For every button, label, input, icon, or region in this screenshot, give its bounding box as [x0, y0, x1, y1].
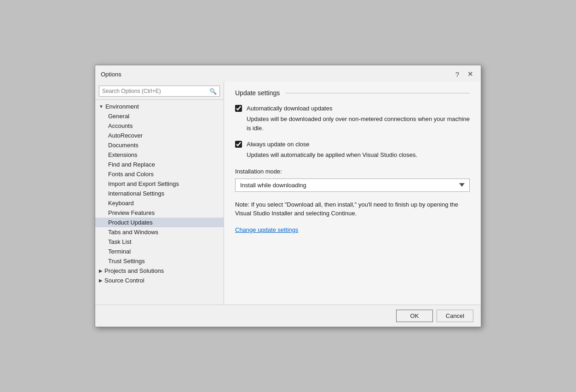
dialog-title: Options	[101, 71, 121, 78]
tree-item-label-preview-features: Preview Features	[108, 209, 155, 216]
section-title-row: Update settings	[235, 89, 470, 97]
tree-item-label-product-updates: Product Updates	[108, 219, 153, 226]
options-dialog: Options ? ✕ 🔍 ▼EnvironmentGeneralAccount…	[95, 65, 481, 327]
tree-arrow-environment: ▼	[99, 104, 104, 109]
section-divider	[285, 93, 470, 93]
installation-mode-block: Installation mode: Install while downloa…	[235, 168, 470, 192]
auto-download-row: Automatically download updates	[235, 105, 470, 112]
tree-item-keyboard[interactable]: Keyboard	[95, 198, 224, 208]
tree-arrow-source-control: ▶	[99, 278, 103, 283]
search-input[interactable]	[99, 86, 207, 96]
tree-item-terminal[interactable]: Terminal	[95, 247, 224, 256]
tree-item-international[interactable]: International Settings	[95, 189, 224, 198]
tree-item-label-projects-solutions: Projects and Solutions	[104, 267, 164, 274]
tree-item-label-fonts-colors: Fonts and Colors	[108, 171, 154, 178]
tree-item-label-accounts: Accounts	[108, 122, 132, 129]
installation-mode-select[interactable]: Install while downloadingDownload all, t…	[235, 179, 470, 192]
tree-item-documents[interactable]: Documents	[95, 140, 224, 150]
search-icon-button[interactable]: 🔍	[207, 86, 219, 96]
tree-item-projects-solutions[interactable]: ▶Projects and Solutions	[95, 266, 224, 276]
auto-update-close-block: Always update on close Updates will auto…	[235, 141, 470, 160]
auto-update-close-desc: Updates will automatically be applied wh…	[247, 150, 470, 160]
title-bar: Options ? ✕	[95, 65, 481, 82]
auto-update-close-checkbox[interactable]	[235, 141, 242, 148]
auto-download-checkbox[interactable]	[235, 105, 242, 112]
auto-download-block: Automatically download updates Updates w…	[235, 105, 470, 133]
tree-item-label-autorecover: AutoRecover	[108, 132, 143, 139]
cancel-button[interactable]: Cancel	[437, 310, 473, 322]
tree-item-label-task-list: Task List	[108, 238, 132, 245]
installation-mode-label: Installation mode:	[235, 168, 470, 175]
tree-item-general[interactable]: General	[95, 111, 224, 121]
tree-item-preview-features[interactable]: Preview Features	[95, 208, 224, 218]
help-button[interactable]: ?	[452, 69, 462, 79]
tree-item-import-export[interactable]: Import and Export Settings	[95, 179, 224, 189]
section-title: Update settings	[235, 89, 280, 97]
tree-item-label-environment: Environment	[105, 103, 139, 110]
search-box-wrap: 🔍	[95, 82, 224, 100]
tree-item-product-updates[interactable]: Product Updates	[95, 218, 224, 227]
title-bar-controls: ? ✕	[452, 69, 475, 79]
right-panel: Update settings Automatically download u…	[224, 82, 481, 305]
installation-mode-dropdown-wrap: Install while downloadingDownload all, t…	[235, 179, 470, 192]
tree-item-fonts-colors[interactable]: Fonts and Colors	[95, 169, 224, 179]
tree-item-label-find-replace: Find and Replace	[108, 161, 155, 168]
tree-item-label-tabs-windows: Tabs and Windows	[108, 229, 158, 236]
tree-item-trust-settings[interactable]: Trust Settings	[95, 256, 224, 266]
left-panel: 🔍 ▼EnvironmentGeneralAccountsAutoRecover…	[95, 82, 224, 305]
tree-item-tabs-windows[interactable]: Tabs and Windows	[95, 227, 224, 237]
tree-item-environment[interactable]: ▼Environment	[95, 102, 224, 111]
close-button[interactable]: ✕	[465, 69, 475, 79]
change-update-settings-link[interactable]: Change update settings	[235, 226, 298, 233]
tree-item-label-import-export: Import and Export Settings	[108, 180, 179, 187]
tree-item-label-keyboard: Keyboard	[108, 200, 134, 207]
auto-update-close-label[interactable]: Always update on close	[247, 141, 310, 148]
tree-item-accounts[interactable]: Accounts	[95, 121, 224, 131]
tree-arrow-projects-solutions: ▶	[99, 268, 103, 273]
tree-item-label-international: International Settings	[108, 190, 164, 197]
tree-item-label-extensions: Extensions	[108, 151, 138, 158]
note-text: Note: If you select "Download all, then …	[235, 200, 470, 218]
tree-area: ▼EnvironmentGeneralAccountsAutoRecoverDo…	[95, 100, 224, 305]
tree-item-find-replace[interactable]: Find and Replace	[95, 160, 224, 169]
tree-item-task-list[interactable]: Task List	[95, 237, 224, 247]
search-box: 🔍	[99, 86, 220, 97]
auto-update-close-row: Always update on close	[235, 141, 470, 148]
dialog-body: 🔍 ▼EnvironmentGeneralAccountsAutoRecover…	[95, 82, 481, 305]
auto-download-desc: Updates will be downloaded only over non…	[247, 115, 470, 133]
tree-item-source-control[interactable]: ▶Source Control	[95, 276, 224, 285]
tree-item-label-source-control: Source Control	[104, 277, 144, 284]
tree-item-label-trust-settings: Trust Settings	[108, 258, 145, 265]
tree-item-label-documents: Documents	[108, 142, 138, 149]
tree-item-label-terminal: Terminal	[108, 248, 131, 255]
tree-item-autorecover[interactable]: AutoRecover	[95, 131, 224, 140]
dialog-footer: OK Cancel	[95, 305, 481, 327]
ok-button[interactable]: OK	[396, 310, 433, 322]
auto-download-label[interactable]: Automatically download updates	[247, 105, 332, 112]
tree-item-label-general: General	[108, 113, 129, 120]
tree-item-extensions[interactable]: Extensions	[95, 150, 224, 160]
